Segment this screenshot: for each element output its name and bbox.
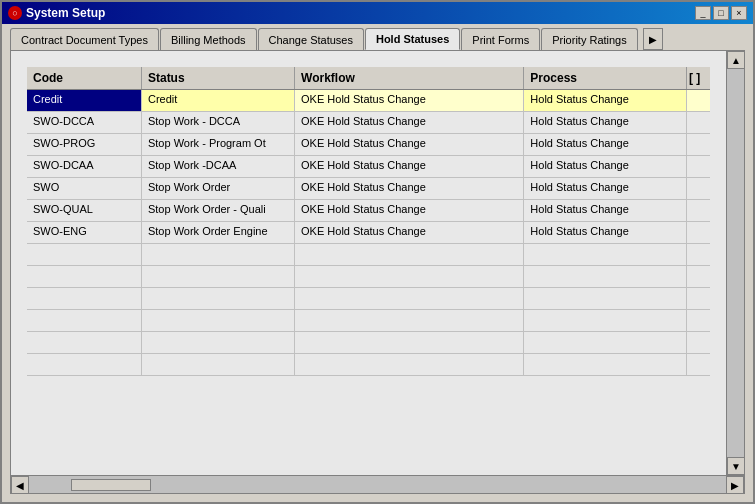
content-area: Code Status Workflow Process [ ] Credit … bbox=[10, 50, 745, 494]
cell-workflow bbox=[295, 288, 524, 309]
h-scroll-track[interactable] bbox=[29, 476, 726, 493]
main-window: ○ System Setup _ □ × Contract Document T… bbox=[0, 0, 755, 504]
h-scroll-thumb[interactable] bbox=[71, 479, 151, 491]
cell-workflow bbox=[295, 332, 524, 353]
tab-priority-ratings[interactable]: Priority Ratings bbox=[541, 28, 638, 50]
cell-code: SWO bbox=[27, 178, 142, 199]
table-row[interactable] bbox=[27, 244, 710, 266]
cell-status: Stop Work Order Engine bbox=[142, 222, 295, 243]
cell-code: SWO-DCCA bbox=[27, 112, 142, 133]
cell-process: Hold Status Change bbox=[524, 178, 687, 199]
cell-code bbox=[27, 266, 142, 287]
table-row[interactable]: SWO-DCCA Stop Work - DCCA OKE Hold Statu… bbox=[27, 112, 710, 134]
header-status: Status bbox=[142, 67, 295, 89]
scroll-track[interactable] bbox=[727, 69, 744, 457]
tab-bar: Contract Document Types Billing Methods … bbox=[2, 24, 753, 50]
tab-contract-document-types[interactable]: Contract Document Types bbox=[10, 28, 159, 50]
table-row[interactable] bbox=[27, 266, 710, 288]
cell-checkbox[interactable] bbox=[687, 112, 710, 133]
table-row[interactable] bbox=[27, 354, 710, 376]
cell-workflow bbox=[295, 354, 524, 375]
horizontal-scrollbar[interactable]: ◀ ▶ bbox=[11, 475, 744, 493]
tab-hold-statuses[interactable]: Hold Statuses bbox=[365, 28, 460, 50]
cell-checkbox[interactable] bbox=[687, 178, 710, 199]
header-checkbox: [ ] bbox=[687, 67, 710, 89]
cell-status: Stop Work - DCCA bbox=[142, 112, 295, 133]
cell-workflow: OKE Hold Status Change bbox=[295, 134, 524, 155]
table-row[interactable]: SWO-ENG Stop Work Order Engine OKE Hold … bbox=[27, 222, 710, 244]
cell-code: SWO-PROG bbox=[27, 134, 142, 155]
tab-billing-methods[interactable]: Billing Methods bbox=[160, 28, 257, 50]
cell-workflow bbox=[295, 266, 524, 287]
tab-print-forms[interactable]: Print Forms bbox=[461, 28, 540, 50]
cell-workflow bbox=[295, 244, 524, 265]
cell-status bbox=[142, 354, 295, 375]
table-row[interactable]: Credit Credit OKE Hold Status Change Hol… bbox=[27, 90, 710, 112]
cell-checkbox[interactable] bbox=[687, 354, 710, 375]
cell-checkbox[interactable] bbox=[687, 90, 710, 111]
table-row[interactable]: SWO-DCAA Stop Work -DCAA OKE Hold Status… bbox=[27, 156, 710, 178]
main-content: Code Status Workflow Process [ ] Credit … bbox=[11, 51, 744, 475]
cell-process: Hold Status Change bbox=[524, 134, 687, 155]
cell-checkbox[interactable] bbox=[687, 200, 710, 221]
cell-status: Stop Work -DCAA bbox=[142, 156, 295, 177]
cell-checkbox[interactable] bbox=[687, 266, 710, 287]
cell-process: Hold Status Change bbox=[524, 156, 687, 177]
cell-code bbox=[27, 332, 142, 353]
cell-code: SWO-ENG bbox=[27, 222, 142, 243]
cell-process bbox=[524, 332, 687, 353]
maximize-button[interactable]: □ bbox=[713, 6, 729, 20]
cell-code bbox=[27, 354, 142, 375]
close-button[interactable]: × bbox=[731, 6, 747, 20]
tab-change-statuses[interactable]: Change Statuses bbox=[258, 28, 364, 50]
cell-workflow: OKE Hold Status Change bbox=[295, 156, 524, 177]
table-row[interactable] bbox=[27, 310, 710, 332]
cell-checkbox[interactable] bbox=[687, 244, 710, 265]
cell-code: SWO-DCAA bbox=[27, 156, 142, 177]
table-row[interactable] bbox=[27, 288, 710, 310]
minimize-button[interactable]: _ bbox=[695, 6, 711, 20]
scroll-up-button[interactable]: ▲ bbox=[727, 51, 744, 69]
cell-process bbox=[524, 266, 687, 287]
cell-code: SWO-QUAL bbox=[27, 200, 142, 221]
header-code: Code bbox=[27, 67, 142, 89]
scroll-left-button[interactable]: ◀ bbox=[11, 476, 29, 494]
table-row[interactable]: SWO-PROG Stop Work - Program Ot OKE Hold… bbox=[27, 134, 710, 156]
cell-checkbox[interactable] bbox=[687, 332, 710, 353]
cell-process bbox=[524, 310, 687, 331]
cell-checkbox[interactable] bbox=[687, 288, 710, 309]
cell-code bbox=[27, 288, 142, 309]
scroll-right-button[interactable]: ▶ bbox=[726, 476, 744, 494]
cell-checkbox[interactable] bbox=[687, 134, 710, 155]
cell-workflow: OKE Hold Status Change bbox=[295, 222, 524, 243]
cell-code bbox=[27, 244, 142, 265]
cell-process: Hold Status Change bbox=[524, 112, 687, 133]
cell-status bbox=[142, 332, 295, 353]
scroll-down-button[interactable]: ▼ bbox=[727, 457, 744, 475]
vertical-scrollbar[interactable]: ▲ ▼ bbox=[726, 51, 744, 475]
cell-checkbox[interactable] bbox=[687, 156, 710, 177]
cell-workflow: OKE Hold Status Change bbox=[295, 112, 524, 133]
cell-process bbox=[524, 244, 687, 265]
cell-status: Stop Work - Program Ot bbox=[142, 134, 295, 155]
table-row[interactable]: SWO Stop Work Order OKE Hold Status Chan… bbox=[27, 178, 710, 200]
cell-workflow: OKE Hold Status Change bbox=[295, 200, 524, 221]
table-row[interactable]: SWO-QUAL Stop Work Order - Quali OKE Hol… bbox=[27, 200, 710, 222]
cell-code bbox=[27, 310, 142, 331]
cell-process bbox=[524, 288, 687, 309]
table-container: Code Status Workflow Process [ ] Credit … bbox=[11, 51, 726, 475]
table-row[interactable] bbox=[27, 332, 710, 354]
title-bar: ○ System Setup _ □ × bbox=[2, 2, 753, 24]
cell-workflow: OKE Hold Status Change bbox=[295, 178, 524, 199]
cell-checkbox[interactable] bbox=[687, 222, 710, 243]
title-bar-left: ○ System Setup bbox=[8, 6, 105, 20]
cell-workflow: OKE Hold Status Change bbox=[295, 90, 524, 111]
tab-scroll-arrow[interactable]: ▶ bbox=[643, 28, 663, 50]
window-title: System Setup bbox=[26, 6, 105, 20]
cell-workflow bbox=[295, 310, 524, 331]
cell-status bbox=[142, 288, 295, 309]
cell-process: Hold Status Change bbox=[524, 222, 687, 243]
cell-checkbox[interactable] bbox=[687, 310, 710, 331]
cell-process: Hold Status Change bbox=[524, 90, 687, 111]
cell-status: Stop Work Order - Quali bbox=[142, 200, 295, 221]
